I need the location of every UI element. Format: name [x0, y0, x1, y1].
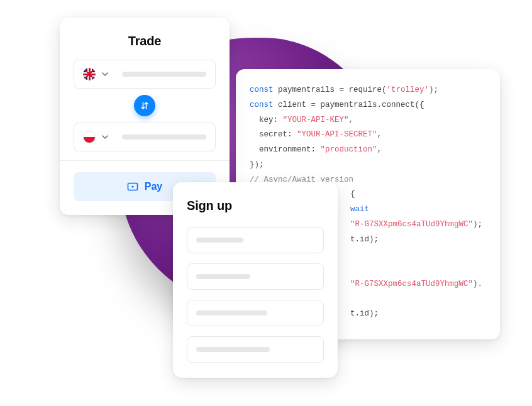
pay-button-label: Pay: [145, 181, 162, 192]
signup-card: Sign up: [173, 182, 338, 378]
field-placeholder: [196, 347, 270, 352]
code-keyword: const: [250, 85, 274, 94]
svg-point-1: [131, 185, 133, 187]
to-currency-field[interactable]: [74, 123, 216, 151]
code-string: "R-G7SXXpm6cs4aTUd9YhmgWC": [350, 220, 473, 229]
trade-title: Trade: [74, 34, 216, 48]
signup-field-2[interactable]: [187, 263, 324, 290]
code-keyword: const: [250, 101, 274, 109]
chevron-down-icon: [102, 72, 108, 76]
chevron-down-icon: [102, 135, 108, 139]
signup-field-3[interactable]: [187, 300, 324, 326]
field-placeholder: [196, 238, 243, 243]
field-placeholder: [196, 274, 250, 279]
code-string: "production": [321, 145, 377, 154]
uk-flag-icon: [83, 68, 96, 80]
pay-icon: [127, 181, 138, 192]
from-currency-field[interactable]: [74, 60, 216, 89]
to-amount-placeholder: [122, 134, 206, 140]
signup-field-1[interactable]: [187, 227, 324, 253]
field-placeholder: [196, 310, 267, 315]
code-string: "YOUR-API-SECRET": [297, 130, 377, 139]
code-string: "R-G7SXXpm6cs4aTUd9YhmgWC": [350, 280, 473, 288]
code-string: 'trolley': [387, 85, 429, 94]
signup-field-4[interactable]: [187, 336, 324, 363]
divider: [60, 160, 230, 161]
swap-arrows-icon: [140, 101, 150, 111]
signup-title: Sign up: [187, 199, 324, 213]
code-string: "YOUR-API-KEY": [283, 116, 349, 124]
from-amount-placeholder: [122, 72, 206, 77]
code-keyword: wait: [350, 205, 369, 214]
poland-flag-icon: [83, 131, 96, 143]
swap-button[interactable]: [134, 95, 155, 116]
